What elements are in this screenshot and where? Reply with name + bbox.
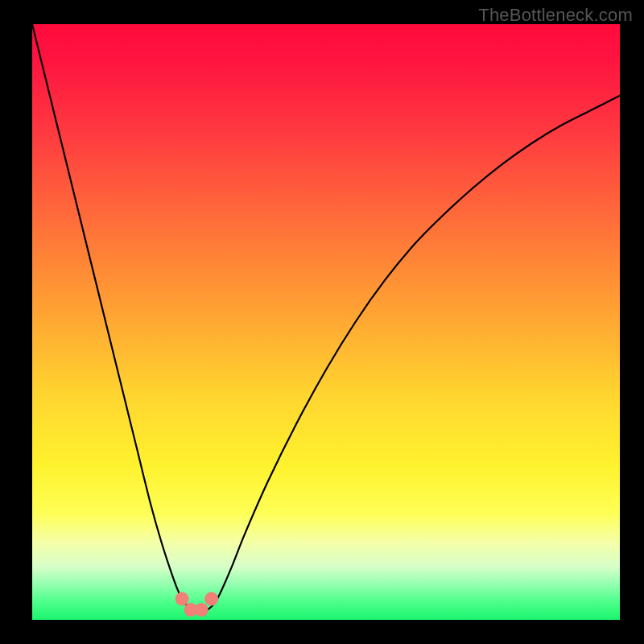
curve-marker — [175, 592, 189, 606]
chart-svg — [32, 24, 620, 620]
watermark: TheBottleneck.com — [478, 5, 633, 26]
curve-marker — [204, 592, 218, 606]
plot-area — [32, 24, 620, 620]
curve-marker — [195, 603, 208, 617]
bottleneck-curve — [32, 24, 620, 613]
curve-markers — [175, 592, 219, 617]
